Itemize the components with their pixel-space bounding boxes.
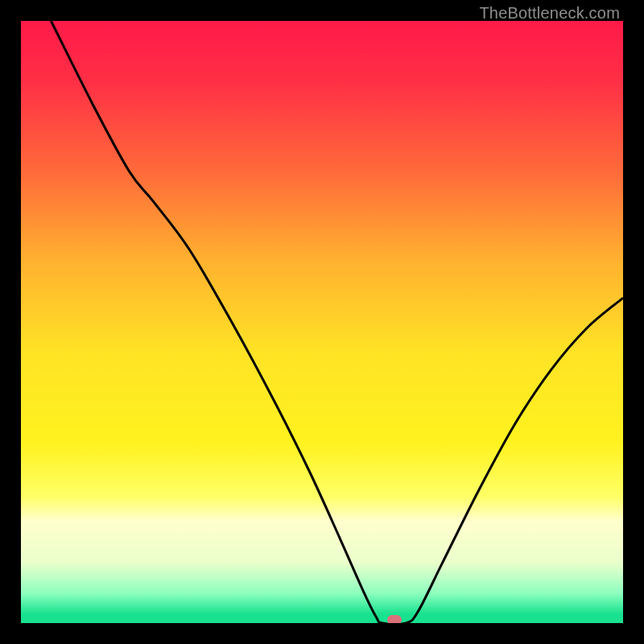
watermark-text: TheBottleneck.com	[479, 4, 620, 23]
bottleneck-curve	[21, 21, 623, 623]
chart-container: TheBottleneck.com	[0, 0, 644, 644]
optimal-marker	[387, 615, 402, 623]
plot-area	[21, 21, 623, 623]
